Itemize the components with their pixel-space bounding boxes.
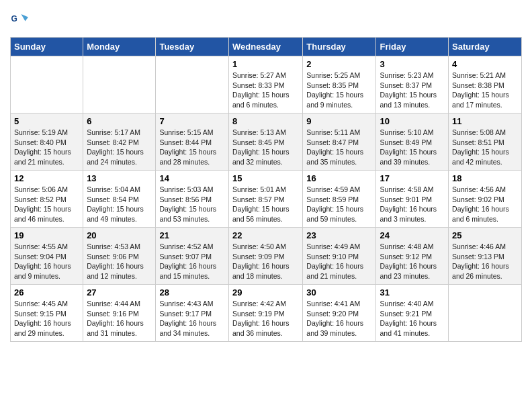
day-info: Sunrise: 4:41 AM Sunset: 9:20 PM Dayligh… — [306, 299, 372, 338]
day-info: Sunrise: 5:06 AM Sunset: 8:52 PM Dayligh… — [14, 185, 79, 224]
day-number: 22 — [232, 230, 299, 240]
day-info: Sunrise: 5:01 AM Sunset: 8:57 PM Dayligh… — [232, 185, 299, 224]
day-number: 21 — [159, 230, 225, 240]
calendar-cell: 7Sunrise: 5:15 AM Sunset: 8:44 PM Daylig… — [156, 113, 229, 171]
day-info: Sunrise: 4:44 AM Sunset: 9:16 PM Dayligh… — [87, 299, 152, 338]
logo: G — [10, 10, 33, 30]
calendar-cell: 21Sunrise: 4:52 AM Sunset: 9:07 PM Dayli… — [156, 228, 229, 285]
day-info: Sunrise: 4:56 AM Sunset: 9:02 PM Dayligh… — [452, 185, 518, 224]
column-header-wednesday: Wednesday — [228, 38, 302, 56]
day-info: Sunrise: 5:10 AM Sunset: 8:49 PM Dayligh… — [380, 128, 445, 167]
day-info: Sunrise: 5:23 AM Sunset: 8:37 PM Dayligh… — [380, 71, 445, 110]
day-info: Sunrise: 4:46 AM Sunset: 9:13 PM Dayligh… — [452, 242, 518, 281]
day-number: 16 — [306, 173, 372, 183]
calendar-table: SundayMondayTuesdayWednesdayThursdayFrid… — [10, 37, 522, 342]
day-info: Sunrise: 4:59 AM Sunset: 8:59 PM Dayligh… — [306, 185, 372, 224]
day-number: 15 — [232, 173, 299, 183]
day-number: 27 — [87, 287, 152, 298]
calendar-cell: 1Sunrise: 5:27 AM Sunset: 8:33 PM Daylig… — [228, 56, 302, 113]
day-info: Sunrise: 5:13 AM Sunset: 8:45 PM Dayligh… — [232, 128, 299, 167]
day-info: Sunrise: 5:21 AM Sunset: 8:38 PM Dayligh… — [452, 71, 518, 110]
calendar-cell: 11Sunrise: 5:08 AM Sunset: 8:51 PM Dayli… — [449, 113, 522, 171]
day-info: Sunrise: 4:48 AM Sunset: 9:12 PM Dayligh… — [380, 242, 445, 281]
day-info: Sunrise: 4:53 AM Sunset: 9:06 PM Dayligh… — [87, 242, 152, 281]
week-row-2: 5Sunrise: 5:19 AM Sunset: 8:40 PM Daylig… — [11, 113, 522, 171]
day-number: 20 — [87, 230, 152, 240]
column-header-sunday: Sunday — [11, 38, 83, 56]
calendar-cell: 13Sunrise: 5:04 AM Sunset: 8:54 PM Dayli… — [83, 171, 156, 228]
calendar-cell: 30Sunrise: 4:41 AM Sunset: 9:20 PM Dayli… — [303, 285, 376, 342]
day-number: 10 — [380, 116, 445, 126]
week-row-1: 1Sunrise: 5:27 AM Sunset: 8:33 PM Daylig… — [11, 56, 522, 113]
day-info: Sunrise: 4:55 AM Sunset: 9:04 PM Dayligh… — [14, 242, 79, 281]
day-info: Sunrise: 5:04 AM Sunset: 8:54 PM Dayligh… — [87, 185, 152, 224]
svg-marker-2 — [21, 14, 29, 21]
day-number: 30 — [306, 287, 372, 298]
calendar-cell: 27Sunrise: 4:44 AM Sunset: 9:16 PM Dayli… — [83, 285, 156, 342]
day-info: Sunrise: 5:03 AM Sunset: 8:56 PM Dayligh… — [159, 185, 225, 224]
calendar-cell: 20Sunrise: 4:53 AM Sunset: 9:06 PM Dayli… — [83, 228, 156, 285]
day-number: 4 — [452, 59, 518, 69]
calendar-cell: 4Sunrise: 5:21 AM Sunset: 8:38 PM Daylig… — [449, 56, 522, 113]
day-number: 26 — [14, 287, 79, 298]
day-info: Sunrise: 5:19 AM Sunset: 8:40 PM Dayligh… — [14, 128, 79, 167]
svg-text:G: G — [11, 14, 17, 24]
day-info: Sunrise: 4:43 AM Sunset: 9:17 PM Dayligh… — [159, 299, 225, 338]
column-header-friday: Friday — [376, 38, 449, 56]
calendar-cell: 17Sunrise: 4:58 AM Sunset: 9:01 PM Dayli… — [376, 171, 449, 228]
day-number: 14 — [159, 173, 225, 183]
calendar-cell — [11, 56, 83, 113]
day-number: 31 — [380, 287, 445, 298]
calendar-cell: 8Sunrise: 5:13 AM Sunset: 8:45 PM Daylig… — [228, 113, 302, 171]
header-row: SundayMondayTuesdayWednesdayThursdayFrid… — [11, 38, 522, 56]
day-number: 11 — [452, 116, 518, 126]
day-number: 29 — [232, 287, 299, 298]
day-number: 6 — [87, 116, 152, 126]
calendar-cell: 23Sunrise: 4:49 AM Sunset: 9:10 PM Dayli… — [303, 228, 376, 285]
day-number: 28 — [159, 287, 225, 298]
calendar-cell: 2Sunrise: 5:25 AM Sunset: 8:35 PM Daylig… — [303, 56, 376, 113]
day-number: 8 — [232, 116, 299, 126]
week-row-3: 12Sunrise: 5:06 AM Sunset: 8:52 PM Dayli… — [11, 171, 522, 228]
calendar-cell: 5Sunrise: 5:19 AM Sunset: 8:40 PM Daylig… — [11, 113, 83, 171]
day-number: 23 — [306, 230, 372, 240]
calendar-cell: 10Sunrise: 5:10 AM Sunset: 8:49 PM Dayli… — [376, 113, 449, 171]
day-info: Sunrise: 5:11 AM Sunset: 8:47 PM Dayligh… — [306, 128, 372, 167]
day-number: 17 — [380, 173, 445, 183]
calendar-cell: 28Sunrise: 4:43 AM Sunset: 9:17 PM Dayli… — [156, 285, 229, 342]
day-info: Sunrise: 5:08 AM Sunset: 8:51 PM Dayligh… — [452, 128, 518, 167]
day-number: 24 — [380, 230, 445, 240]
calendar-cell: 24Sunrise: 4:48 AM Sunset: 9:12 PM Dayli… — [376, 228, 449, 285]
calendar-cell: 16Sunrise: 4:59 AM Sunset: 8:59 PM Dayli… — [303, 171, 376, 228]
calendar-cell: 29Sunrise: 4:42 AM Sunset: 9:19 PM Dayli… — [228, 285, 302, 342]
day-number: 12 — [14, 173, 79, 183]
day-number: 18 — [452, 173, 518, 183]
day-info: Sunrise: 4:58 AM Sunset: 9:01 PM Dayligh… — [380, 185, 445, 224]
calendar-cell: 6Sunrise: 5:17 AM Sunset: 8:42 PM Daylig… — [83, 113, 156, 171]
column-header-monday: Monday — [83, 38, 156, 56]
column-header-thursday: Thursday — [303, 38, 376, 56]
day-info: Sunrise: 5:17 AM Sunset: 8:42 PM Dayligh… — [87, 128, 152, 167]
day-info: Sunrise: 5:15 AM Sunset: 8:44 PM Dayligh… — [159, 128, 225, 167]
day-number: 3 — [380, 59, 445, 69]
day-number: 7 — [159, 116, 225, 126]
column-header-saturday: Saturday — [449, 38, 522, 56]
calendar-cell: 19Sunrise: 4:55 AM Sunset: 9:04 PM Dayli… — [11, 228, 83, 285]
calendar-cell: 12Sunrise: 5:06 AM Sunset: 8:52 PM Dayli… — [11, 171, 83, 228]
day-number: 25 — [452, 230, 518, 240]
calendar-cell: 25Sunrise: 4:46 AM Sunset: 9:13 PM Dayli… — [449, 228, 522, 285]
page-header: G — [10, 10, 522, 30]
calendar-cell — [83, 56, 156, 113]
calendar-cell: 31Sunrise: 4:40 AM Sunset: 9:21 PM Dayli… — [376, 285, 449, 342]
day-info: Sunrise: 5:27 AM Sunset: 8:33 PM Dayligh… — [232, 71, 299, 110]
day-info: Sunrise: 4:45 AM Sunset: 9:15 PM Dayligh… — [14, 299, 79, 338]
calendar-cell: 15Sunrise: 5:01 AM Sunset: 8:57 PM Dayli… — [228, 171, 302, 228]
day-number: 1 — [232, 59, 299, 69]
calendar-cell — [156, 56, 229, 113]
day-number: 13 — [87, 173, 152, 183]
calendar-cell: 14Sunrise: 5:03 AM Sunset: 8:56 PM Dayli… — [156, 171, 229, 228]
day-info: Sunrise: 4:42 AM Sunset: 9:19 PM Dayligh… — [232, 299, 299, 338]
calendar-cell: 22Sunrise: 4:50 AM Sunset: 9:09 PM Dayli… — [228, 228, 302, 285]
day-number: 2 — [306, 59, 372, 69]
week-row-5: 26Sunrise: 4:45 AM Sunset: 9:15 PM Dayli… — [11, 285, 522, 342]
